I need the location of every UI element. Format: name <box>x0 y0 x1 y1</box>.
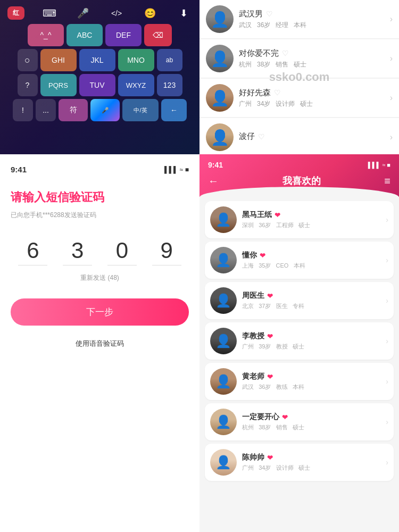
sms-verification-panel: 9:41 ▌▌▌ ≈ ■ 请输入短信验证码 已向您手机***6288发送验证码 … <box>0 154 200 532</box>
key-ab[interactable]: ab <box>157 49 182 71</box>
heart-icon: ❤ <box>267 373 273 381</box>
signal-display: ▌▌▌ ≈ ■ <box>164 166 189 173</box>
favorites-list: 👤 黑马王纸 ❤ 深圳 36岁 工程师 硕士 › 👤 懂你 ❤ <box>200 197 399 532</box>
kb-row-3: ? PQRS TUV WXYZ 123 <box>3 74 196 96</box>
fav-meta: 武汉 36岁 教练 本科 <box>242 383 386 391</box>
chevron-icon: › <box>386 215 388 224</box>
key-emoticon[interactable]: ^_^ <box>28 24 64 46</box>
fav-meta: 广州 39岁 教授 硕士 <box>242 343 386 351</box>
key-abc[interactable]: ABC <box>66 24 103 46</box>
favorites-header: 9:41 ▌▌▌ ≈ ■ ← 我喜欢的 ≡ <box>200 154 399 197</box>
avatar: 👤 <box>206 45 234 72</box>
like-icon: ♡ <box>266 10 273 18</box>
sms-digit-4: 9 <box>152 238 181 266</box>
fav-meta: 杭州 38岁 销售 硕士 <box>242 423 386 431</box>
sms-voice-link[interactable]: 使用语音验证码 <box>11 339 189 348</box>
like-icon: ♡ <box>258 132 265 141</box>
keyboard-panel: 红 ⌨ 🎤 </> 😊 ⬇ ^_^ ABC DEF ⌫ ○ GHI JKL MN… <box>0 0 200 154</box>
fav-name: 黄老师 ❤ <box>242 372 386 381</box>
key-pqrs[interactable]: PQRS <box>40 74 77 96</box>
emoji-face-icon[interactable]: 😊 <box>142 7 159 19</box>
chevron-icon: › <box>390 93 393 103</box>
fav-item-huang[interactable]: 👤 黄老师 ❤ 武汉 36岁 教练 本科 › <box>205 363 394 400</box>
kb-row-2: ○ GHI JKL MNO ab <box>3 49 196 71</box>
key-wxyz[interactable]: WXYZ <box>118 74 154 96</box>
profile-meta: 武汉 36岁 经理 本科 <box>239 21 390 30</box>
profile-card-duiniaibuwán[interactable]: 👤 对你爱不完 ♡ 杭州 38岁 销售 硕士 › <box>200 39 399 78</box>
heart-icon: ❤ <box>260 252 265 260</box>
key-enter[interactable]: ← <box>161 99 187 121</box>
avatar: 👤 <box>210 449 237 476</box>
chevron-icon: › <box>386 377 388 386</box>
avatar: 👤 <box>210 368 237 395</box>
keyboard-icon[interactable]: ⌨ <box>41 7 58 19</box>
fav-meta: 上海 35岁 CEO 本科 <box>242 262 386 270</box>
key-exclaim[interactable]: ! <box>13 99 33 121</box>
fav-meta: 深圳 36岁 工程师 硕士 <box>242 221 386 229</box>
fav-status-bar: 9:41 ▌▌▌ ≈ ■ <box>208 161 390 169</box>
avatar: 👤 <box>210 409 237 435</box>
heart-icon: ❤ <box>267 332 273 340</box>
fav-name: 黑马王纸 ❤ <box>242 210 386 220</box>
fav-item-zhou[interactable]: 👤 周医生 ❤ 北京 37岁 医生 专科 › <box>205 282 394 319</box>
keyboard-rows: ^_^ ABC DEF ⌫ ○ GHI JKL MNO ab ? PQRS TU… <box>3 24 196 121</box>
fav-item-li[interactable]: 👤 李教授 ❤ 广州 39岁 教授 硕士 › <box>205 322 394 360</box>
avatar: 👤 <box>206 5 234 33</box>
emoji-icon[interactable]: 红 <box>7 6 24 20</box>
menu-icon[interactable]: ≡ <box>384 175 390 187</box>
key-siri[interactable]: 🎤 <box>90 99 120 121</box>
profile-card-haohao[interactable]: 👤 好好先森 ♡ 广州 34岁 设计师 硕士 › <box>200 79 399 118</box>
profile-info: 武汉男 ♡ 武汉 36岁 经理 本科 <box>239 9 390 30</box>
heart-icon: ❤ <box>275 211 280 219</box>
chevron-icon: › <box>386 418 388 426</box>
profile-name: 好好先森 ♡ <box>239 88 390 98</box>
fav-meta: 广州 34岁 设计师 硕士 <box>242 464 386 472</box>
key-123[interactable]: 123 <box>157 74 182 96</box>
sms-code-row: 6 3 0 9 <box>11 238 189 266</box>
fav-name: 一定要开心 ❤ <box>242 412 386 422</box>
profile-info: 好好先森 ♡ 广州 34岁 设计师 硕士 <box>239 88 390 109</box>
fav-item-dongni[interactable]: 👤 懂你 ❤ 上海 35岁 CEO 本科 › <box>205 242 394 279</box>
sms-resend[interactable]: 重新发送 (48) <box>11 273 189 282</box>
profile-card-top[interactable]: 👤 武汉男 ♡ 武汉 36岁 经理 本科 › <box>200 0 399 39</box>
sms-title: 请输入短信验证码 <box>11 190 189 205</box>
heart-icon: ❤ <box>267 454 273 462</box>
profile-meta: 杭州 38岁 销售 硕士 <box>239 60 390 69</box>
chevron-icon: › <box>386 337 388 345</box>
fav-item-chen[interactable]: 👤 陈帅帅 ❤ 广州 34岁 设计师 硕士 › <box>205 444 394 481</box>
key-tuv[interactable]: TUV <box>79 74 115 96</box>
kb-row-1: ^_^ ABC DEF ⌫ <box>3 24 196 46</box>
key-ghi[interactable]: GHI <box>40 49 77 71</box>
fav-item-heimawangzhi[interactable]: 👤 黑马王纸 ❤ 深圳 36岁 工程师 硕士 › <box>205 201 394 238</box>
fav-signal: ▌▌▌ ≈ ■ <box>368 162 390 168</box>
chevron-icon: › <box>386 296 388 305</box>
status-bar: 9:41 ▌▌▌ ≈ ■ <box>11 165 189 174</box>
fav-info: 黑马王纸 ❤ 深圳 36岁 工程师 硕士 <box>242 210 386 229</box>
fav-time: 9:41 <box>208 161 223 169</box>
fav-item-yiding[interactable]: 👤 一定要开心 ❤ 杭州 38岁 销售 硕士 › <box>205 403 394 440</box>
like-icon: ♡ <box>282 49 289 57</box>
mic-icon[interactable]: 🎤 <box>74 7 92 19</box>
key-dots[interactable]: ... <box>36 99 56 121</box>
key-delete[interactable]: ⌫ <box>144 24 172 46</box>
key-question[interactable]: ? <box>18 74 38 96</box>
back-button[interactable]: ← <box>208 175 219 187</box>
sms-next-button[interactable]: 下一步 <box>11 298 189 326</box>
key-def[interactable]: DEF <box>105 24 142 46</box>
key-mno[interactable]: MNO <box>118 49 154 71</box>
profile-card-bozai[interactable]: 👤 波仔 ♡ › <box>200 118 399 154</box>
key-jkl[interactable]: JKL <box>79 49 115 71</box>
key-lang[interactable]: 中/英 <box>122 99 159 121</box>
avatar: 👤 <box>206 84 234 112</box>
profile-name: 武汉男 ♡ <box>239 9 390 19</box>
fav-info: 陈帅帅 ❤ 广州 34岁 设计师 硕士 <box>242 453 386 472</box>
heart-icon: ❤ <box>282 413 288 421</box>
key-circle[interactable]: ○ <box>18 49 38 71</box>
code-icon[interactable]: </> <box>108 9 125 18</box>
key-symbol[interactable]: 符 <box>59 99 88 121</box>
fav-info: 李教授 ❤ 广州 39岁 教授 硕士 <box>242 331 386 351</box>
wave-decoration <box>200 187 399 197</box>
download-icon[interactable]: ⬇ <box>175 7 192 19</box>
sms-subtitle: 已向您手机***6288发送验证码 <box>11 211 189 220</box>
chevron-icon: › <box>386 256 388 264</box>
